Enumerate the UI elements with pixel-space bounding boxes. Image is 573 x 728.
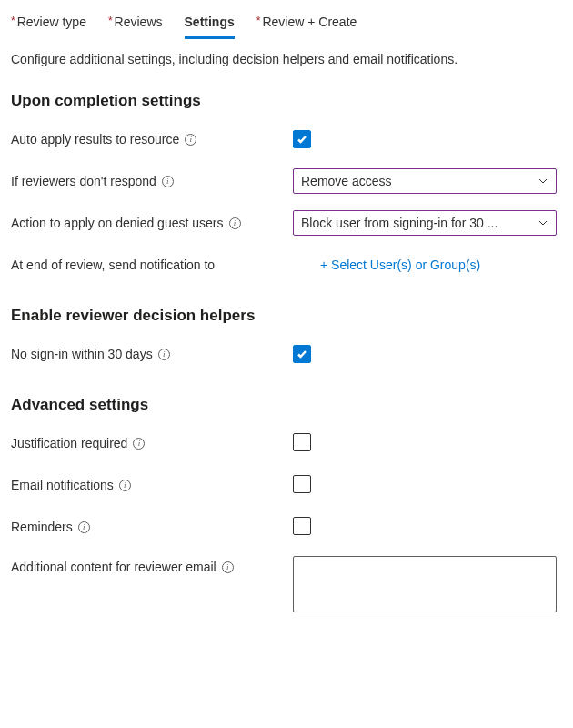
- row-email-notifications: Email notifications i: [11, 472, 562, 498]
- label-auto-apply: Auto apply results to resource i: [11, 132, 293, 147]
- tab-review-type[interactable]: *Review type: [11, 9, 86, 39]
- chevron-down-icon: [538, 217, 548, 228]
- select-value: Remove access: [301, 174, 392, 188]
- label-text: Email notifications: [11, 478, 114, 492]
- tab-label: Reviews: [115, 15, 163, 29]
- checkbox-auto-apply[interactable]: [293, 130, 311, 148]
- row-notification: At end of review, send notification to +…: [11, 252, 562, 278]
- info-icon[interactable]: i: [78, 521, 90, 533]
- checkbox-justification[interactable]: [293, 433, 311, 451]
- label-text: At end of review, send notification to: [11, 258, 215, 272]
- required-asterisk-icon: *: [11, 15, 15, 27]
- tab-review-create[interactable]: *Review + Create: [256, 9, 357, 39]
- section-advanced: Advanced settings Justification required…: [11, 396, 562, 615]
- checkbox-email-notifications[interactable]: [293, 475, 311, 493]
- label-text: Reminders: [11, 520, 73, 534]
- label-email-notifications: Email notifications i: [11, 478, 293, 492]
- checkbox-reminders[interactable]: [293, 517, 311, 535]
- label-notification: At end of review, send notification to: [11, 258, 293, 272]
- select-no-respond[interactable]: Remove access: [293, 168, 557, 194]
- select-denied-guest[interactable]: Block user from signing-in for 30 ...: [293, 210, 557, 236]
- required-asterisk-icon: *: [256, 15, 261, 27]
- label-text: Action to apply on denied guest users: [11, 216, 224, 230]
- info-icon[interactable]: i: [185, 134, 196, 146]
- section-title: Enable reviewer decision helpers: [11, 307, 562, 325]
- section-decision-helpers: Enable reviewer decision helpers No sign…: [11, 307, 562, 367]
- info-icon[interactable]: i: [162, 176, 174, 187]
- row-denied-guest: Action to apply on denied guest users i …: [11, 210, 562, 236]
- info-icon[interactable]: i: [222, 561, 234, 573]
- info-icon[interactable]: i: [119, 480, 131, 491]
- tab-settings[interactable]: Settings: [185, 9, 235, 39]
- label-text: Auto apply results to resource: [11, 132, 179, 147]
- label-text: No sign-in within 30 days: [11, 347, 153, 361]
- tab-label: Review + Create: [262, 15, 357, 29]
- chevron-down-icon: [538, 176, 548, 187]
- row-auto-apply: Auto apply results to resource i: [11, 126, 562, 152]
- label-no-signin: No sign-in within 30 days i: [11, 347, 293, 361]
- tabs-nav: *Review type *Reviews Settings *Review +…: [11, 9, 562, 39]
- label-reminders: Reminders i: [11, 520, 293, 534]
- link-select-users-groups[interactable]: + Select User(s) or Group(s): [293, 258, 480, 272]
- page-description: Configure additional settings, including…: [11, 52, 562, 66]
- row-additional-content: Additional content for reviewer email i: [11, 556, 562, 615]
- tab-label: Review type: [17, 15, 86, 29]
- label-text: Additional content for reviewer email: [11, 560, 216, 574]
- row-no-respond: If reviewers don't respond i Remove acce…: [11, 168, 562, 194]
- label-justification: Justification required i: [11, 436, 293, 450]
- row-reminders: Reminders i: [11, 514, 562, 540]
- tab-reviews[interactable]: *Reviews: [108, 9, 163, 39]
- label-no-respond: If reviewers don't respond i: [11, 174, 293, 188]
- row-no-signin: No sign-in within 30 days i: [11, 341, 562, 367]
- row-justification: Justification required i: [11, 430, 562, 456]
- info-icon[interactable]: i: [158, 349, 170, 360]
- label-text: Justification required: [11, 436, 127, 450]
- select-value: Block user from signing-in for 30 ...: [301, 216, 498, 230]
- section-title: Advanced settings: [11, 396, 562, 414]
- tab-label: Settings: [185, 15, 235, 29]
- checkmark-icon: [297, 349, 307, 359]
- label-text: If reviewers don't respond: [11, 174, 156, 188]
- info-icon[interactable]: i: [229, 217, 241, 229]
- textarea-additional-content[interactable]: [293, 556, 557, 612]
- section-title: Upon completion settings: [11, 92, 562, 110]
- required-asterisk-icon: *: [108, 15, 113, 27]
- info-icon[interactable]: i: [133, 438, 145, 450]
- label-additional-content: Additional content for reviewer email i: [11, 556, 293, 574]
- checkbox-no-signin[interactable]: [293, 345, 311, 363]
- section-upon-completion: Upon completion settings Auto apply resu…: [11, 92, 562, 278]
- checkmark-icon: [297, 134, 307, 145]
- label-denied-guest: Action to apply on denied guest users i: [11, 216, 293, 230]
